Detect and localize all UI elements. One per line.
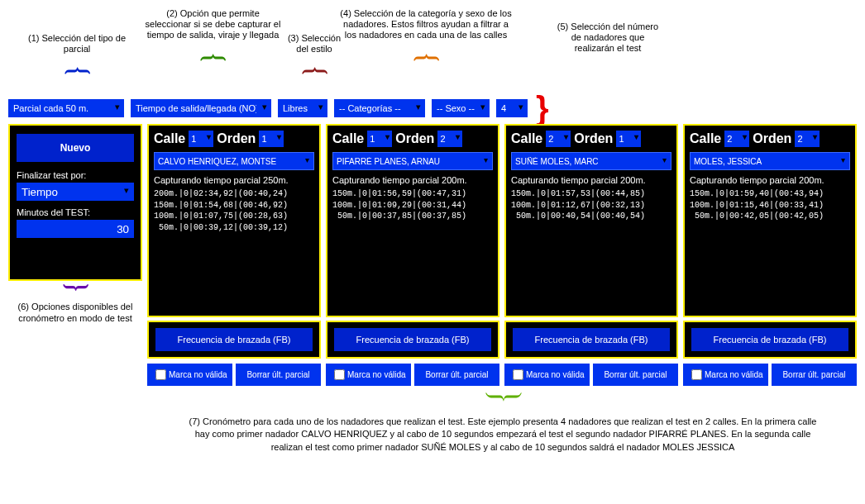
filters-row: Parcial cada 50 m. Tiempo de salida/lleg… xyxy=(8,99,857,117)
lanes-container: Calle 1 Orden 1 CALVO HENRIQUEZ, MONTSE … xyxy=(147,124,857,386)
fb-button[interactable]: Frecuencia de brazada (FB) xyxy=(513,328,670,351)
borrar-button[interactable]: Borrar últ. parcial xyxy=(772,364,857,386)
marca-no-valida-box[interactable]: Marca no válida xyxy=(147,364,232,386)
select-calle[interactable]: 2 xyxy=(546,131,571,147)
select-orden[interactable]: 1 xyxy=(616,131,641,147)
brace-7: ︸ xyxy=(149,388,857,412)
brace-1: ︷ xyxy=(23,58,131,74)
select-parcial[interactable]: Parcial cada 50 m. xyxy=(8,99,124,117)
fb-button[interactable]: Frecuencia de brazada (FB) xyxy=(155,328,313,351)
lane-1: Calle 1 Orden 1 CALVO HENRIQUEZ, MONTSE … xyxy=(147,124,321,386)
borrar-button[interactable]: Borrar últ. parcial xyxy=(236,364,321,386)
orden-label: Orden xyxy=(217,131,256,146)
marca-no-valida-checkbox[interactable] xyxy=(155,369,166,380)
marca-no-valida-checkbox[interactable] xyxy=(691,369,702,380)
brace-3: ︷ xyxy=(285,58,343,74)
select-calle[interactable]: 1 xyxy=(367,131,392,147)
select-calle[interactable]: 2 xyxy=(724,131,749,147)
select-orden[interactable]: 2 xyxy=(437,131,462,147)
calle-label: Calle xyxy=(690,131,721,146)
select-orden[interactable]: 1 xyxy=(259,131,284,147)
nuevo-button[interactable]: Nuevo xyxy=(17,134,134,162)
orden-label: Orden xyxy=(574,131,613,146)
select-sexo[interactable]: -- Sexo -- xyxy=(432,99,490,117)
annotation-5-text: (5) Selección del número de nadadores qu… xyxy=(554,21,662,55)
marca-no-valida-box[interactable]: Marca no válida xyxy=(326,364,411,386)
calle-label: Calle xyxy=(511,131,542,146)
lane-2: Calle 1 Orden 2 PIFARRÉ PLANES, ARNAU Ca… xyxy=(326,124,499,386)
select-swimmer[interactable]: PIFARRÉ PLANES, ARNAU xyxy=(332,152,493,170)
orden-label: Orden xyxy=(395,131,434,146)
splits-text: 150m.|0|01:59,40|(00:43,94) 100m.|0|01:1… xyxy=(690,188,850,222)
brace-5: } xyxy=(536,99,549,117)
finalizar-por-label: Finalizar test por: xyxy=(17,170,134,180)
lane-3: Calle 2 Orden 1 SUÑÉ MOLES, MARC Captura… xyxy=(504,124,678,386)
calle-label: Calle xyxy=(154,131,185,146)
splits-text: 150m.|0|01:57,53|(00:44,85) 100m.|0|01:1… xyxy=(511,188,671,222)
select-calle[interactable]: 1 xyxy=(189,131,213,147)
fb-button[interactable]: Frecuencia de brazada (FB) xyxy=(334,328,491,351)
select-estilo[interactable]: Libres xyxy=(278,99,327,117)
lane-4: Calle 2 Orden 2 MOLES, JESSICA Capturand… xyxy=(683,124,857,386)
select-categoria[interactable]: -- Categorías -- xyxy=(334,99,425,117)
minutos-label: Minutos del TEST: xyxy=(17,207,134,217)
orden-label: Orden xyxy=(753,131,791,146)
select-swimmer[interactable]: SUÑÉ MOLES, MARC xyxy=(511,152,671,170)
select-num-nadadores[interactable]: 4 xyxy=(496,99,528,117)
select-swimmer[interactable]: CALVO HENRIQUEZ, MONTSE xyxy=(154,152,314,170)
brace-6: ︸ xyxy=(8,281,142,297)
capture-title: Capturando tiempo parcial 250m. xyxy=(154,175,314,185)
marca-no-valida-checkbox[interactable] xyxy=(334,369,345,380)
minutos-input[interactable] xyxy=(17,220,134,238)
capture-title: Capturando tiempo parcial 200m. xyxy=(332,175,493,185)
select-finalizar-por[interactable]: Tiempo xyxy=(17,183,134,201)
select-salida-llegada[interactable]: Tiempo de salida/llegada (NO) xyxy=(131,99,271,117)
select-orden[interactable]: 2 xyxy=(795,131,820,147)
select-swimmer[interactable]: MOLES, JESSICA xyxy=(690,152,850,170)
capture-title: Capturando tiempo parcial 200m. xyxy=(690,175,850,185)
brace-4: ︷ xyxy=(339,45,513,61)
annotation-2-text: (2) Opción que permite seleccionar si se… xyxy=(145,8,281,41)
calle-label: Calle xyxy=(332,131,364,146)
left-panel: Nuevo Finalizar test por: Tiempo Minutos… xyxy=(8,124,142,281)
top-annotations: (1) Selección del tipo de parcial ︷ (2) … xyxy=(8,8,857,99)
annotation-7-text: (7) Cronómetro para cada uno de los nada… xyxy=(149,416,857,454)
fb-button[interactable]: Frecuencia de brazada (FB) xyxy=(691,328,848,351)
annotation-6-text: (6) Opciones disponibles del cronómetro … xyxy=(8,301,142,325)
marca-no-valida-box[interactable]: Marca no válida xyxy=(683,364,768,386)
splits-text: 200m.|0|02:34,92|(00:40,24) 150m.|0|01:5… xyxy=(154,188,314,233)
brace-2: ︷ xyxy=(145,45,281,61)
borrar-button[interactable]: Borrar últ. parcial xyxy=(593,364,678,386)
splits-text: 150m.|0|01:56,59|(00:47,31) 100m.|0|01:0… xyxy=(332,188,493,222)
annotation-4-text: (4) Selección de la categoría y sexo de … xyxy=(339,8,513,41)
capture-title: Capturando tiempo parcial 200m. xyxy=(511,175,671,185)
